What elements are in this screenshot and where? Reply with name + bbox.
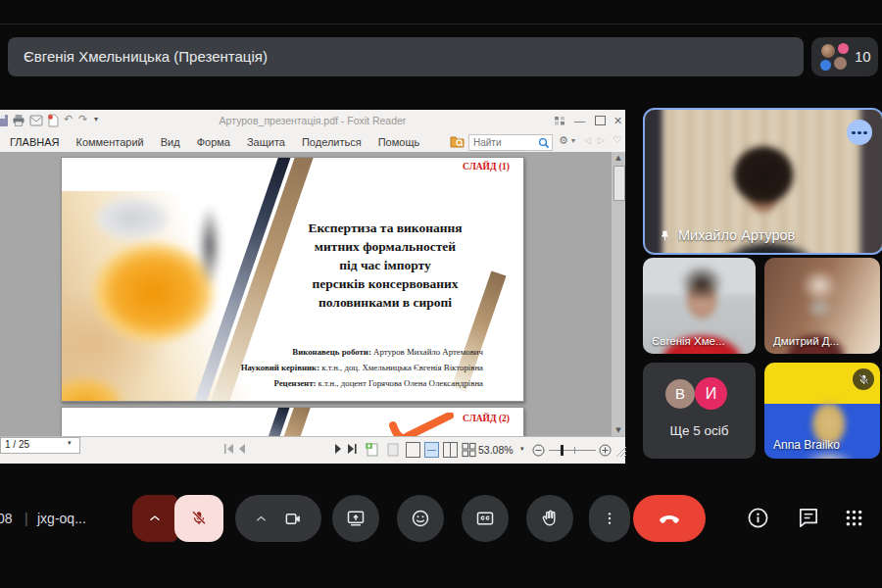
end-call-icon: [658, 507, 681, 530]
foxit-statusbar: ▾ 53.08% ▾: [0, 436, 625, 464]
previous-view-icon[interactable]: [365, 442, 380, 458]
more-options-button[interactable]: [589, 495, 630, 542]
tile-options-button[interactable]: [847, 120, 872, 145]
zoom-slider-thumb[interactable]: [561, 445, 564, 456]
present-screen-button[interactable]: [332, 495, 379, 542]
zoom-level: 53.08%: [478, 444, 514, 456]
page-number-box[interactable]: ▾: [0, 437, 80, 454]
camera-icon[interactable]: [284, 510, 303, 528]
email-icon[interactable]: [29, 115, 43, 126]
last-page-icon[interactable]: [346, 442, 358, 456]
apps-grid-icon[interactable]: [844, 508, 864, 528]
chevron-up-icon: [147, 511, 163, 526]
zoom-in-icon[interactable]: [599, 444, 612, 457]
chat-icon[interactable]: [797, 507, 819, 529]
divider: |: [24, 511, 28, 526]
chevron-up-icon[interactable]: [254, 512, 269, 526]
mic-options-button[interactable]: [132, 495, 177, 542]
menu-tab-share[interactable]: Поделиться: [302, 136, 362, 148]
pin-icon: [659, 229, 671, 242]
scroll-down-icon[interactable]: ▼: [612, 424, 625, 436]
video-tile-3[interactable]: Дмитрий Д...: [764, 258, 880, 354]
tile-name-label: Дмитрий Д...: [773, 335, 839, 347]
customize-toolbar-caret-icon[interactable]: ▾: [94, 115, 98, 123]
more-vertical-icon: [602, 510, 617, 527]
zoom-slider-track[interactable]: [549, 450, 596, 451]
search-input[interactable]: [471, 135, 540, 150]
foxit-titlebar[interactable]: Артуров_презентація.pdf - Foxit Reader ↶…: [0, 110, 625, 131]
slide-number-badge: СЛАЙД (1): [463, 162, 510, 172]
facing-view-icon[interactable]: [443, 442, 458, 458]
menu-tab-form[interactable]: Форма: [197, 136, 230, 148]
more-people-label: Ще 5 осіб: [643, 423, 756, 438]
page-box-caret-icon[interactable]: ▾: [68, 439, 72, 447]
reactions-button[interactable]: [397, 495, 444, 542]
zoom-out-icon[interactable]: [532, 444, 545, 457]
captions-icon: [475, 509, 495, 528]
back-view-icon[interactable]: ◁: [584, 135, 591, 145]
next-view-icon[interactable]: [385, 442, 401, 458]
pdf-page-1[interactable]: СЛАЙД (1) Експертиза та виконання митних…: [61, 157, 524, 402]
single-page-view-icon[interactable]: [406, 442, 420, 458]
full-text-search-icon[interactable]: [450, 135, 465, 148]
redo-icon[interactable]: ↷: [78, 113, 87, 125]
continuous-view-icon[interactable]: [424, 442, 439, 458]
presenter-banner: Євгенія Хмельницька (Презентація): [8, 37, 804, 76]
meeting-info-icon[interactable]: [747, 507, 769, 529]
mic-off-icon: [858, 373, 870, 386]
tile-name-label: Anna Brailko: [773, 438, 840, 452]
participant-avatar: [834, 57, 847, 70]
menu-tab-view[interactable]: Вид: [161, 136, 180, 148]
author-line: Виконавець роботи: Артуров Михайло Артем…: [199, 344, 483, 360]
clock: 08: [0, 511, 13, 526]
document-area: СЛАЙД (1) Експертиза та виконання митних…: [0, 152, 625, 436]
video-tile-main[interactable]: Михайло Артуров: [643, 108, 882, 255]
next-page-icon[interactable]: [333, 442, 343, 456]
gear-icon[interactable]: ⚙: [559, 134, 568, 147]
video-tile-2[interactable]: Євгенія Хме...: [643, 258, 756, 354]
first-page-icon[interactable]: [223, 442, 235, 456]
video-tile-5[interactable]: Anna Brailko: [764, 363, 880, 459]
page-number-input[interactable]: [3, 437, 66, 452]
raise-hand-button[interactable]: [526, 495, 573, 542]
gear-caret-icon[interactable]: ▾: [571, 136, 575, 145]
undo-icon[interactable]: ↶: [64, 113, 73, 125]
menu-tab-home[interactable]: ГЛАВНАЯ: [10, 136, 59, 148]
favorite-heart-icon[interactable]: ♡: [612, 134, 621, 145]
menu-tab-comment[interactable]: Комментарий: [75, 136, 143, 148]
slide-checkmark-graphic: [385, 413, 456, 436]
camera-button-group[interactable]: [235, 495, 321, 542]
menu-tab-protect[interactable]: Защита: [247, 136, 285, 148]
slide-title: Експертиза та виконання митних формально…: [248, 219, 522, 312]
continuous-facing-view-icon[interactable]: [462, 442, 476, 458]
emoji-icon: [411, 509, 430, 528]
zoom-caret-icon[interactable]: ▾: [520, 445, 524, 453]
captions-button[interactable]: [462, 495, 509, 542]
participants-button[interactable]: 10: [811, 37, 878, 76]
scrollbar-thumb[interactable]: [613, 166, 625, 201]
close-icon[interactable]: ✕: [613, 115, 622, 126]
print-icon[interactable]: [12, 114, 25, 127]
mic-off-icon: [190, 510, 208, 527]
meeting-code: jxg-oq...: [37, 511, 86, 526]
layout-switch-icon[interactable]: [555, 117, 565, 125]
search-icon[interactable]: [538, 137, 550, 149]
participant-count: 10: [855, 37, 871, 76]
pdf-page-2[interactable]: СЛАЙД (2): [61, 407, 524, 436]
menu-tab-help[interactable]: Помощь: [378, 136, 420, 148]
end-call-button[interactable]: [633, 495, 706, 542]
restore-icon[interactable]: [595, 116, 606, 125]
previous-page-icon[interactable]: [237, 442, 247, 456]
tile-name-label: Євгенія Хме...: [652, 335, 725, 347]
avatar: И: [695, 377, 727, 410]
tile-name-label: Михайло Артуров: [678, 227, 795, 243]
meet-window: Євгенія Хмельницька (Презентація) 10 Арт…: [0, 0, 882, 588]
open-file-icon[interactable]: [46, 114, 60, 127]
scroll-up-icon[interactable]: ▲: [612, 152, 625, 164]
presenter-banner-text: Євгенія Хмельницька (Презентація): [24, 48, 268, 65]
save-icon[interactable]: [0, 114, 9, 127]
mic-mute-button[interactable]: [174, 495, 223, 542]
more-participants-tile[interactable]: В И Ще 5 осіб: [643, 363, 756, 459]
minimize-icon[interactable]: —: [574, 115, 585, 126]
forward-view-icon[interactable]: ▷: [598, 135, 605, 145]
